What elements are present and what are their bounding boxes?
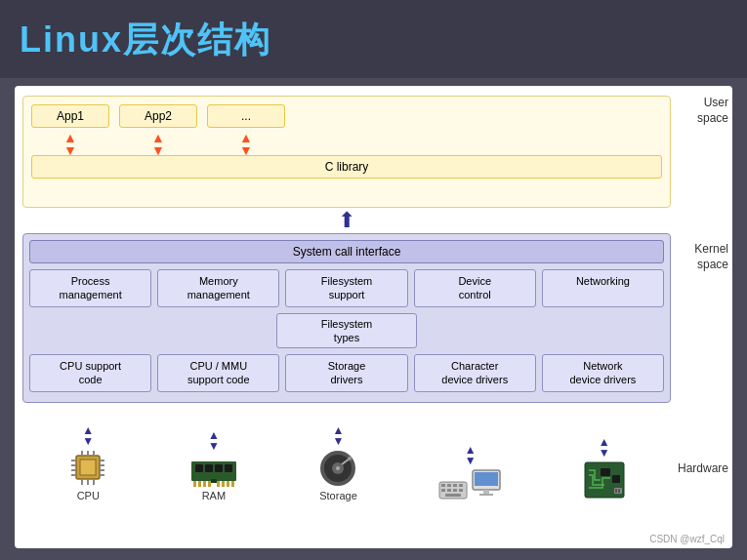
svg-rect-24 xyxy=(203,481,206,487)
hardware-area: ▲▼ xyxy=(22,409,671,501)
title-area: Linux层次结构 xyxy=(0,0,747,78)
storage-up-arrow: ▲▼ xyxy=(333,425,345,447)
svg-rect-41 xyxy=(441,489,445,492)
svg-point-33 xyxy=(336,466,340,470)
arrow3: ▲▼ xyxy=(239,132,253,156)
cpu-icon xyxy=(67,449,108,488)
storage-icon xyxy=(318,449,357,488)
hw-storage-item: ▲▼ Storage xyxy=(318,425,357,501)
svg-rect-19 xyxy=(215,464,223,472)
svg-rect-27 xyxy=(222,481,225,487)
process-mgmt-box: Processmanagement xyxy=(29,269,151,307)
hardware-label: Hardware xyxy=(678,461,728,475)
hw-chardev-item: ▲▼ xyxy=(438,445,502,501)
svg-rect-45 xyxy=(445,494,461,497)
svg-rect-40 xyxy=(459,484,463,487)
kernel-bottom-row: CPU supportcode CPU / MMUsupport code St… xyxy=(29,354,664,392)
arrow2: ▲▼ xyxy=(151,132,165,156)
svg-rect-29 xyxy=(231,481,234,487)
char-device-drivers-box: Characterdevice drivers xyxy=(414,354,536,392)
cpu-label: CPU xyxy=(77,490,100,501)
cpu-up-arrow: ▲▼ xyxy=(82,425,94,447)
svg-rect-21 xyxy=(211,479,217,483)
svg-rect-1 xyxy=(80,460,96,475)
app1-box: App1 xyxy=(31,104,109,128)
chardev-up-arrow: ▲▼ xyxy=(465,445,477,466)
kernel-area: System call interface Processmanagement … xyxy=(22,233,671,403)
svg-rect-42 xyxy=(447,489,451,492)
network-device-drivers-box: Networkdevice drivers xyxy=(542,354,664,392)
svg-rect-43 xyxy=(453,489,457,492)
svg-rect-39 xyxy=(453,484,457,487)
monitor-icon xyxy=(471,468,502,500)
svg-rect-25 xyxy=(208,481,211,487)
svg-rect-55 xyxy=(618,489,620,493)
networking-box: Networking xyxy=(542,269,664,307)
ram-up-arrow: ▲▼ xyxy=(208,430,220,452)
storage-drivers-box: Storagedrivers xyxy=(285,354,407,392)
svg-rect-22 xyxy=(193,481,196,487)
filesystem-types-row: Filesystemtypes xyxy=(29,313,664,349)
app3-box: ... xyxy=(207,104,285,128)
cpu-mmu-box: CPU / MMUsupport code xyxy=(157,354,279,392)
arrow1: ▲▼ xyxy=(63,132,77,156)
keyboard-icon xyxy=(438,478,468,500)
cpu-support-box: CPU supportcode xyxy=(29,354,151,392)
page-title: Linux层次结构 xyxy=(20,17,271,64)
svg-rect-18 xyxy=(205,464,213,472)
device-control-box: Devicecontrol xyxy=(414,269,536,307)
svg-rect-23 xyxy=(198,481,201,487)
svg-rect-47 xyxy=(475,472,498,486)
svg-rect-51 xyxy=(601,468,610,476)
svg-rect-20 xyxy=(225,464,232,472)
hw-network-item: ▲▼ xyxy=(583,437,626,501)
watermark: CSDN @wzf_Cql xyxy=(649,534,725,544)
filesystem-types-box: Filesystemtypes xyxy=(276,313,417,349)
clibrary-box: C library xyxy=(31,155,662,179)
svg-rect-52 xyxy=(612,475,620,483)
user-space-label: Userspace xyxy=(697,96,728,126)
storage-label: Storage xyxy=(319,490,357,501)
network-up-arrow: ▲▼ xyxy=(599,437,610,459)
svg-rect-38 xyxy=(447,484,451,487)
kernel-middle-row: Processmanagement Memorymanagement Files… xyxy=(29,269,664,307)
kernel-space-label: Kernelspace xyxy=(694,242,728,272)
svg-rect-37 xyxy=(441,484,445,487)
memory-mgmt-box: Memorymanagement xyxy=(157,269,279,307)
app2-box: App2 xyxy=(119,104,197,128)
svg-rect-44 xyxy=(459,489,463,492)
svg-rect-28 xyxy=(227,481,229,487)
svg-rect-49 xyxy=(479,494,493,496)
svg-rect-26 xyxy=(217,481,220,487)
hw-cpu-item: ▲▼ xyxy=(67,425,108,501)
ram-label: RAM xyxy=(202,490,226,501)
syscall-box: System call interface xyxy=(29,240,664,263)
svg-rect-54 xyxy=(615,489,617,493)
svg-rect-17 xyxy=(195,464,203,472)
hw-ram-item: ▲▼ RAM xyxy=(189,430,238,501)
svg-point-35 xyxy=(348,457,352,460)
user-space-area: App1 App2 ... ▲▼ ▲▼ ▲▼ C library xyxy=(22,96,671,208)
syscall-arrow: ⬆ xyxy=(22,212,671,229)
filesystem-support-box: Filesystemsupport xyxy=(285,269,407,307)
diagram-container: Userspace App1 App2 ... ▲▼ ▲▼ ▲▼ C libra… xyxy=(15,86,732,548)
ram-icon xyxy=(189,454,238,488)
svg-rect-48 xyxy=(483,490,489,494)
network-icon xyxy=(583,460,626,500)
